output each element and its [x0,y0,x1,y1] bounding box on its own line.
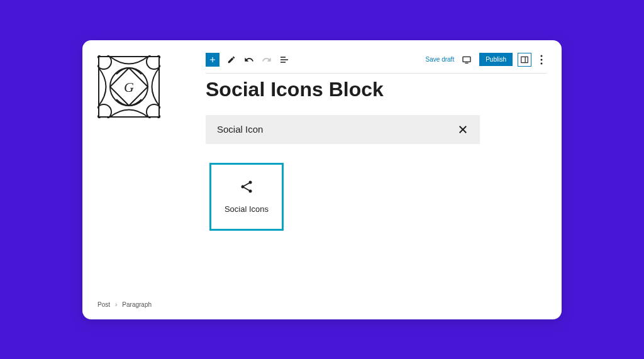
page-title[interactable]: Social Icons Block [206,78,480,101]
breadcrumb-root[interactable]: Post [97,301,110,308]
search-query-text: Social Icon [217,124,263,135]
toolbar-left-group [206,53,290,67]
more-options-button[interactable] [536,53,547,67]
editor-content: Social Icons Block Social Icon Social Ic… [206,78,480,231]
svg-text:G: G [124,79,134,95]
breadcrumb: Post › Paragraph [97,301,152,308]
svg-point-3 [147,55,160,69]
svg-point-4 [97,104,111,118]
edit-mode-icon[interactable] [226,54,237,65]
publish-button[interactable]: Publish [479,53,513,66]
clear-search-icon[interactable] [457,124,469,135]
svg-rect-9 [521,57,528,62]
editor-window: G Save draft Publish [82,40,562,319]
site-logo[interactable]: G [97,55,160,118]
share-icon [239,179,254,197]
svg-point-13 [541,62,543,64]
svg-rect-7 [463,57,470,62]
editor-toolbar: Save draft Publish [206,53,547,74]
document-overview-icon[interactable] [279,54,290,65]
toolbar-right-group: Save draft Publish [426,53,547,67]
svg-point-2 [97,55,111,69]
svg-point-11 [541,55,543,57]
preview-button[interactable] [459,53,474,67]
settings-panel-toggle[interactable] [518,53,531,67]
breadcrumb-current[interactable]: Paragraph [122,301,152,308]
svg-point-12 [541,58,543,60]
block-option-label: Social Icons [225,204,269,214]
svg-point-5 [147,104,160,118]
chevron-right-icon: › [115,301,117,308]
svg-line-19 [244,187,249,191]
block-search-bar[interactable]: Social Icon [206,115,480,144]
redo-button [261,54,272,65]
svg-line-20 [244,183,249,186]
add-block-button[interactable] [206,53,219,67]
social-icons-block-option[interactable]: Social Icons [209,163,284,231]
undo-button[interactable] [243,54,255,65]
save-draft-link[interactable]: Save draft [426,56,455,63]
